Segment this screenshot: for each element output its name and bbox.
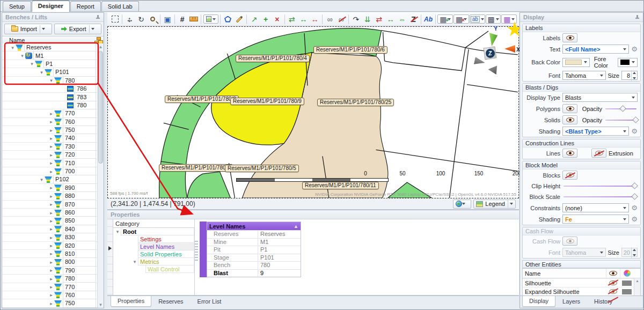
tree-row[interactable]: P102 bbox=[8, 175, 104, 183]
export-dropdown-icon[interactable] bbox=[91, 28, 94, 32]
toolbar-button[interactable]: ab bbox=[470, 14, 485, 24]
tree-row[interactable]: 783 bbox=[8, 93, 104, 101]
property-value[interactable]: P1 bbox=[258, 246, 301, 254]
expander-icon[interactable] bbox=[29, 61, 35, 67]
polygons-visibility-button[interactable] bbox=[562, 104, 577, 113]
toolbar-button[interactable]: # bbox=[177, 13, 188, 25]
property-value[interactable]: 9 bbox=[258, 270, 301, 277]
properties-tab[interactable]: Reserves bbox=[151, 296, 190, 307]
tree-row[interactable]: 770 bbox=[8, 283, 104, 291]
projection-button[interactable] bbox=[453, 200, 471, 209]
expander-icon[interactable] bbox=[48, 185, 54, 190]
tree-row[interactable]: 830 bbox=[8, 233, 104, 241]
toolbar-button[interactable] bbox=[420, 13, 422, 25]
block-scale-slider[interactable] bbox=[562, 193, 638, 201]
expander-icon[interactable] bbox=[48, 218, 54, 224]
blast-label[interactable]: Reserves/M1/P1/P101/780/25 bbox=[317, 99, 394, 106]
toolbar-button[interactable]: ⇊ bbox=[362, 13, 373, 25]
clip-height-slider[interactable] bbox=[562, 182, 638, 190]
toolbar-button[interactable] bbox=[283, 13, 286, 25]
map-viewport[interactable]: Reserves/M1/P1/P101/780/4Reserves/M1/P1/… bbox=[107, 26, 519, 198]
blast-label[interactable]: Reserves/M1/P1/P101/780/2 bbox=[159, 164, 233, 172]
expander-icon[interactable] bbox=[114, 229, 121, 234]
toolbar-button[interactable] bbox=[147, 13, 158, 25]
display-tab[interactable]: Display bbox=[522, 296, 555, 307]
tree-row[interactable]: 770 bbox=[8, 109, 104, 117]
expander-icon[interactable] bbox=[48, 301, 54, 306]
entity-row[interactable]: Expanded Silhouette bbox=[523, 287, 634, 296]
toolbar-button[interactable]: ↗ bbox=[248, 13, 259, 25]
label-text-dropdown[interactable]: <Full Name> bbox=[562, 45, 629, 54]
toolbar-button[interactable]: ↔ bbox=[298, 13, 309, 25]
expander-icon[interactable] bbox=[48, 251, 54, 256]
expander-icon[interactable] bbox=[48, 119, 54, 124]
category-row[interactable]: Settings bbox=[113, 235, 194, 243]
expander-icon[interactable] bbox=[48, 284, 54, 290]
slider-thumb[interactable] bbox=[619, 105, 626, 112]
import-dropdown-icon[interactable] bbox=[42, 28, 45, 32]
tree-row[interactable]: 810 bbox=[8, 250, 104, 258]
tree-row[interactable]: 730 bbox=[8, 143, 104, 151]
toolbar-button[interactable]: ↻ bbox=[136, 13, 147, 25]
toolbar-button[interactable] bbox=[188, 13, 199, 25]
expander-icon[interactable] bbox=[48, 292, 54, 298]
axis-cone-icon[interactable] bbox=[488, 65, 500, 77]
document-tab[interactable]: Designer bbox=[32, 1, 70, 12]
tree-row[interactable]: 760 bbox=[8, 118, 104, 126]
constraints-dropdown[interactable]: (none) bbox=[562, 203, 629, 212]
pin-icon[interactable] bbox=[96, 15, 100, 20]
properties-tab[interactable]: Error List bbox=[191, 296, 229, 307]
tree-row[interactable]: 700 bbox=[8, 167, 104, 175]
slider-thumb[interactable] bbox=[631, 193, 638, 200]
gear-icon[interactable]: ⚙ bbox=[631, 204, 638, 211]
document-tab[interactable]: Solid Lab bbox=[101, 1, 139, 11]
expander-icon[interactable] bbox=[19, 53, 25, 58]
toolbar-button[interactable]: + bbox=[260, 13, 271, 25]
blast-label[interactable]: Reserves/M1/P1/P101/780/3 bbox=[165, 95, 239, 103]
gear-icon[interactable]: ⚙ bbox=[631, 128, 638, 135]
expander-icon[interactable] bbox=[48, 169, 54, 174]
toolbar-button[interactable] bbox=[125, 13, 135, 25]
back-color-dropdown[interactable] bbox=[562, 58, 590, 67]
expander-icon[interactable] bbox=[48, 144, 54, 149]
property-value[interactable]: M1 bbox=[258, 239, 301, 246]
category-row[interactable]: Solid Properties bbox=[113, 250, 194, 258]
expander-icon[interactable] bbox=[39, 70, 45, 75]
expander-icon[interactable] bbox=[39, 177, 45, 182]
polygons-opacity-slider[interactable] bbox=[604, 105, 638, 113]
tree-row[interactable]: P101 bbox=[8, 68, 104, 76]
tree-row[interactable]: 800 bbox=[8, 258, 104, 266]
lines-visibility-button[interactable] bbox=[562, 149, 577, 158]
expander-icon[interactable] bbox=[48, 136, 54, 141]
toolbar-button[interactable]: ↔ bbox=[310, 13, 320, 25]
expander-icon[interactable] bbox=[48, 202, 54, 207]
tree-row[interactable]: 780 bbox=[8, 77, 104, 85]
property-row[interactable]: Bench 780 bbox=[207, 261, 301, 269]
tree-row[interactable]: 760 bbox=[8, 291, 104, 299]
expander-icon[interactable] bbox=[131, 259, 138, 264]
toolbar-button[interactable]: ∞ bbox=[324, 13, 335, 25]
toolbar-button[interactable] bbox=[159, 13, 162, 25]
category-row[interactable]: Metrics bbox=[113, 258, 194, 265]
x-axis-cone-icon[interactable] bbox=[504, 45, 515, 53]
toolbar-button[interactable] bbox=[203, 14, 219, 24]
expander-icon[interactable] bbox=[48, 276, 54, 282]
toolbar-button[interactable] bbox=[434, 13, 437, 25]
blast-label[interactable]: Reserves/M1/P1/P101/780/4 bbox=[236, 55, 310, 62]
expander-icon[interactable] bbox=[48, 194, 54, 199]
tree-row[interactable]: 850 bbox=[8, 217, 104, 225]
toolbar-button[interactable]: ▣ bbox=[162, 13, 173, 25]
entity-visibility-button[interactable] bbox=[606, 287, 620, 296]
toolbar-button[interactable]: ▩ bbox=[486, 14, 501, 24]
expander-icon[interactable] bbox=[48, 268, 54, 273]
block-shading-dropdown[interactable]: Fe bbox=[562, 215, 629, 224]
toolbar-button[interactable]: ⇄ bbox=[287, 13, 297, 25]
hierarchy-icon[interactable] bbox=[94, 37, 102, 43]
level-names-group-header[interactable]: Level Names ▲ bbox=[207, 222, 301, 230]
import-button[interactable]: Import bbox=[4, 24, 52, 34]
toolbar-button[interactable]: ↷ bbox=[350, 13, 361, 25]
tree-row[interactable]: 786 bbox=[8, 85, 104, 93]
toolbar-button[interactable]: ⇔ bbox=[397, 13, 407, 25]
category-column-header[interactable]: Category bbox=[113, 219, 194, 228]
tree-row[interactable]: 750 bbox=[8, 299, 104, 307]
